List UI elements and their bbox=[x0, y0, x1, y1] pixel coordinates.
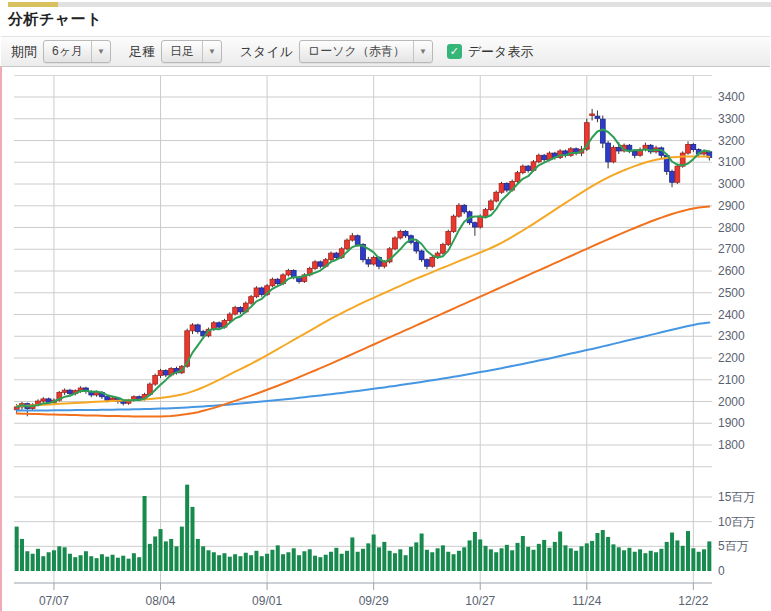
candle-down bbox=[105, 397, 110, 400]
volume-bar bbox=[111, 555, 115, 571]
candle-down bbox=[137, 397, 142, 399]
x-tick-label: 12/22 bbox=[678, 594, 708, 608]
volume-bar bbox=[89, 556, 93, 571]
candle-down bbox=[462, 205, 467, 212]
style-select-value: ローソク（赤青） bbox=[300, 41, 413, 62]
volume-bar bbox=[100, 554, 104, 571]
price-axis-labels: 3400330032003100300029002800270026002500… bbox=[718, 90, 745, 452]
volume-bar bbox=[526, 547, 530, 571]
chevron-down-icon: ▼ bbox=[202, 41, 221, 62]
candle-up bbox=[515, 173, 520, 182]
volume-bar bbox=[468, 540, 472, 571]
period-select[interactable]: 6ヶ月 ▼ bbox=[43, 40, 111, 63]
volume-bar bbox=[105, 557, 109, 571]
volume-tick-label: 0 bbox=[718, 564, 725, 578]
candle-up bbox=[488, 201, 493, 210]
volume-bar bbox=[52, 550, 56, 571]
volume-bar bbox=[558, 532, 562, 571]
candle-up bbox=[675, 166, 680, 182]
volume-bar bbox=[462, 547, 466, 571]
candle-up bbox=[254, 288, 259, 297]
volume-bar bbox=[84, 551, 88, 571]
x-tick-label: 09/01 bbox=[252, 594, 282, 608]
volume-bar bbox=[654, 552, 658, 571]
candle-down bbox=[217, 323, 222, 327]
volume-bar bbox=[414, 542, 418, 571]
x-tick-label: 11/24 bbox=[572, 594, 601, 608]
volume-bar bbox=[324, 555, 328, 571]
volume-bar bbox=[95, 558, 99, 571]
volume-bar bbox=[409, 547, 413, 571]
volume-bars-layer bbox=[15, 485, 712, 571]
bartype-select-value: 日足 bbox=[162, 41, 202, 62]
volume-bar bbox=[68, 554, 72, 571]
volume-bar bbox=[212, 552, 216, 571]
data-display-checkbox[interactable]: ✓ bbox=[447, 44, 462, 59]
candle-down bbox=[355, 236, 360, 245]
volume-bar bbox=[222, 553, 226, 571]
candle-up bbox=[499, 184, 504, 193]
volume-bar bbox=[302, 551, 306, 571]
volume-bar bbox=[430, 552, 434, 571]
volume-bar bbox=[57, 546, 61, 571]
volume-bar bbox=[601, 530, 605, 571]
candle-down bbox=[275, 279, 280, 283]
volume-bar bbox=[79, 555, 83, 571]
price-tick-label: 2200 bbox=[718, 351, 745, 365]
volume-tick-label: 15百万 bbox=[718, 490, 755, 504]
gold-accent-bar bbox=[8, 2, 58, 7]
volume-bar bbox=[318, 557, 322, 571]
volume-bar bbox=[446, 552, 450, 571]
candle-down bbox=[259, 288, 264, 295]
style-select[interactable]: ローソク（赤青） ▼ bbox=[299, 40, 433, 63]
volume-bar bbox=[313, 556, 317, 571]
price-tick-label: 2300 bbox=[718, 329, 745, 343]
volume-bar bbox=[697, 552, 701, 571]
candle-up bbox=[446, 231, 451, 244]
volume-tick-label: 10百万 bbox=[718, 515, 755, 529]
x-tick-label: 09/29 bbox=[359, 594, 389, 608]
chart-area: 07/0708/0409/0109/2910/2711/2412/2234003… bbox=[0, 75, 771, 611]
candle-down bbox=[632, 151, 637, 155]
candle-down bbox=[68, 390, 73, 393]
candle-up bbox=[153, 375, 158, 384]
candle-down bbox=[670, 171, 675, 182]
price-tick-label: 2000 bbox=[718, 395, 745, 409]
volume-bar bbox=[377, 547, 381, 571]
volume-bar bbox=[542, 540, 546, 571]
price-tick-label: 3200 bbox=[718, 134, 745, 148]
volume-bar bbox=[579, 546, 583, 571]
volume-bar bbox=[659, 549, 663, 571]
volume-bar bbox=[153, 536, 157, 571]
volume-bar bbox=[361, 549, 365, 571]
volume-bar bbox=[547, 548, 551, 571]
x-tick-label: 08/04 bbox=[146, 594, 176, 608]
candle-up bbox=[41, 399, 46, 401]
volume-bar bbox=[595, 533, 599, 571]
candle-up bbox=[430, 258, 435, 267]
volume-bar bbox=[494, 552, 498, 571]
price-tick-label: 3100 bbox=[718, 155, 745, 169]
volume-bar bbox=[382, 542, 386, 571]
candle-up bbox=[227, 314, 232, 321]
volume-bar bbox=[686, 531, 690, 571]
volume-bar bbox=[478, 539, 482, 571]
volume-bar bbox=[175, 546, 179, 571]
volume-bar bbox=[132, 553, 136, 571]
volume-bar bbox=[276, 545, 280, 571]
volume-bar bbox=[484, 546, 488, 571]
candle-up bbox=[350, 236, 355, 240]
volume-bar bbox=[670, 533, 674, 571]
volume-bar bbox=[217, 555, 221, 571]
price-volume-chart[interactable]: 07/0708/0409/0109/2910/2711/2412/2234003… bbox=[0, 75, 771, 611]
candle-up bbox=[190, 325, 195, 331]
volume-bar bbox=[622, 550, 626, 571]
price-tick-label: 1900 bbox=[718, 416, 745, 430]
volume-bar bbox=[233, 554, 237, 571]
volume-bar bbox=[190, 507, 194, 571]
volume-bar bbox=[643, 553, 647, 571]
bartype-select[interactable]: 日足 ▼ bbox=[161, 40, 222, 63]
volume-bar bbox=[393, 553, 397, 571]
candle-down bbox=[526, 166, 531, 170]
volume-bar bbox=[185, 485, 189, 571]
